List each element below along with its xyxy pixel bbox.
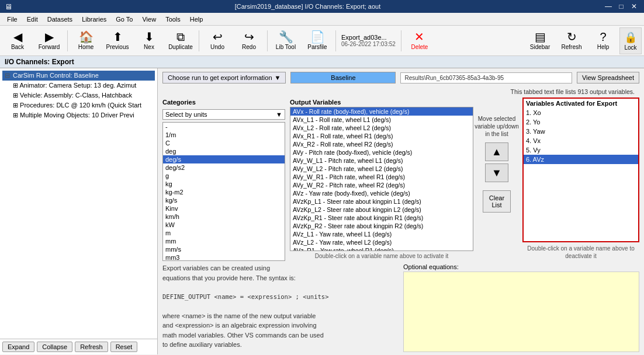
- previous-icon: ⬆: [113, 31, 123, 43]
- libtool-button[interactable]: 🔧 Lib Tool: [271, 27, 301, 54]
- output-item[interactable]: AVy_W_R1 - Pitch rate, wheel R1 (deg/s): [290, 173, 473, 181]
- output-item[interactable]: AVy - Pitch rate (body-fixed), vehicle (…: [290, 148, 473, 156]
- minimize-button[interactable]: —: [603, 2, 614, 11]
- category-item[interactable]: Kinv: [163, 204, 285, 213]
- activated-item[interactable]: 2. Yo: [524, 117, 638, 127]
- category-item[interactable]: C: [163, 139, 285, 147]
- activated-item[interactable]: 1. Xo: [524, 108, 638, 117]
- category-item[interactable]: deg/s2: [163, 163, 285, 172]
- output-item[interactable]: AVzKp_R2 - Steer rate about kingpin R2 (…: [290, 222, 473, 230]
- previous-label: Previous: [106, 44, 129, 50]
- output-item[interactable]: AVz - Yaw rate (body-fixed), vehicle (de…: [290, 189, 473, 197]
- category-item[interactable]: -: [163, 123, 285, 131]
- back-button[interactable]: ◀ Back: [2, 27, 33, 54]
- reset-button[interactable]: Reset: [110, 342, 138, 352]
- tree-item-animator[interactable]: ⊞ Animator: Camera Setup: 13 deg. Azimut: [11, 81, 155, 91]
- output-item[interactable]: AVx_R1 - Roll rate, wheel R1 (deg/s): [290, 132, 473, 140]
- output-item[interactable]: AVz_L1 - Yaw rate, wheel L1 (deg/s): [290, 230, 473, 238]
- duplicate-label: Duplicate: [168, 44, 193, 50]
- clear-list-button[interactable]: ClearList: [483, 190, 511, 213]
- menu-tools[interactable]: Tools: [161, 15, 185, 24]
- categories-select[interactable]: Select by units ▼: [162, 109, 285, 120]
- choose-run-dropdown[interactable]: Choose run to get export information ▼: [162, 72, 286, 83]
- activated-panel: Variables Activated for Export 1. Xo2. Y…: [522, 98, 639, 261]
- output-item[interactable]: AVy_W_L2 - Pitch rate, wheel L2 (deg/s): [290, 165, 473, 173]
- home-icon: 🏠: [79, 31, 94, 43]
- output-item[interactable]: AVx_R2 - Roll rate, wheel R2 (deg/s): [290, 140, 473, 148]
- menu-file[interactable]: File: [2, 15, 22, 24]
- lock-label: Lock: [624, 44, 636, 51]
- menu-datasets[interactable]: Datasets: [43, 15, 77, 24]
- output-item[interactable]: AVzKp_L1 - Steer rate about kingpin L1 (…: [290, 197, 473, 206]
- menu-libraries[interactable]: Libraries: [77, 15, 111, 24]
- output-item[interactable]: AVz_L2 - Yaw rate, wheel L2 (deg/s): [290, 238, 473, 246]
- delete-button[interactable]: ✕ Delete: [404, 27, 435, 54]
- tree-item-vehicle[interactable]: ⊞ Vehicle: Assembly: C-Class, Hatchback: [11, 91, 155, 100]
- category-item[interactable]: kg: [163, 180, 285, 188]
- category-item[interactable]: kW: [163, 221, 285, 229]
- activated-item[interactable]: 6. AVz: [524, 155, 638, 164]
- maximize-button[interactable]: □: [616, 2, 626, 11]
- categories-list: -1/mCdegdeg/sdeg/s2gkgkg-m2kg/sKinvkm/hk…: [162, 122, 285, 261]
- output-item[interactable]: AVy_W_L1 - Pitch rate, wheel L1 (deg/s): [290, 156, 473, 165]
- output-item[interactable]: AVx_L2 - Roll rate, wheel L2 (deg/s): [290, 124, 473, 132]
- category-item[interactable]: kg-m2: [163, 188, 285, 196]
- redo-button[interactable]: ↪ Redo: [234, 27, 264, 54]
- output-panel: Output Variables AVx - Roll rate (body-f…: [290, 98, 473, 261]
- duplicate-button[interactable]: ⧉ Duplicate: [165, 27, 196, 54]
- refresh-button[interactable]: ↻ Refresh: [556, 27, 587, 54]
- category-item[interactable]: 1/m: [163, 131, 285, 139]
- output-item[interactable]: AVx_L1 - Roll rate, wheel L1 (deg/s): [290, 116, 473, 124]
- tree-children: ⊞ Animator: Camera Setup: 13 deg. Azimut…: [2, 81, 155, 120]
- tree-expand-icon: ⊞: [13, 112, 20, 119]
- menu-edit[interactable]: Edit: [22, 15, 43, 24]
- move-down-button[interactable]: ▼: [485, 163, 508, 182]
- collapse-button[interactable]: Collapse: [37, 342, 72, 352]
- tree-item-objects[interactable]: ⊞ Multiple Moving Objects: 10 Driver Pre…: [11, 110, 155, 120]
- home-button[interactable]: 🏠 Home: [71, 27, 101, 54]
- menu-view[interactable]: View: [137, 15, 161, 24]
- output-item[interactable]: AVzKp_L2 - Steer rate about kingpin L2 (…: [290, 206, 473, 214]
- left-refresh-button[interactable]: Refresh: [75, 342, 108, 352]
- category-item[interactable]: mm: [163, 237, 285, 245]
- category-item[interactable]: g: [163, 172, 285, 180]
- move-up-button[interactable]: ▲: [485, 142, 508, 161]
- category-item[interactable]: deg: [163, 147, 285, 155]
- previous-button[interactable]: ⬆ Previous: [102, 27, 133, 54]
- output-item[interactable]: AVy_W_R2 - Pitch rate, wheel R2 (deg/s): [290, 181, 473, 189]
- menu-goto[interactable]: Go To: [111, 15, 137, 24]
- bottom-text-2: equations that you provide here. The syn…: [162, 273, 399, 283]
- activated-item[interactable]: 5. Vy: [524, 145, 638, 155]
- forward-button[interactable]: ▶ Forward: [34, 27, 64, 54]
- view-spreadsheet-button[interactable]: View Spreadsheet: [577, 72, 639, 83]
- activated-item[interactable]: 3. Yaw: [524, 127, 638, 136]
- output-item[interactable]: AVx - Roll rate (body-fixed), vehicle (d…: [290, 107, 473, 116]
- undo-button[interactable]: ↩ Undo: [202, 27, 233, 54]
- expand-button[interactable]: Expand: [2, 342, 34, 352]
- category-item[interactable]: kg/s: [163, 196, 285, 204]
- parsfile-button[interactable]: 📄 Parsfile: [302, 27, 333, 54]
- category-item[interactable]: deg/s: [163, 155, 285, 163]
- category-item[interactable]: mm/s: [163, 245, 285, 253]
- bottom-section: Export variables can be created using eq…: [158, 261, 644, 354]
- tree-root[interactable]: ⊟ CarSim Run Control: Baseline: [2, 71, 155, 81]
- optional-equations-textarea[interactable]: [403, 272, 639, 352]
- next-button[interactable]: ⬇ Nex: [134, 27, 164, 54]
- help-button[interactable]: ? Help: [588, 27, 618, 54]
- category-item[interactable]: km/h: [163, 213, 285, 221]
- category-item[interactable]: m: [163, 229, 285, 237]
- export-date: 06-26-2022 17:03:52: [341, 41, 396, 47]
- activated-item[interactable]: 4. Vx: [524, 136, 638, 145]
- tree-view: ⊟ CarSim Run Control: Baseline ⊞ Animato…: [0, 68, 157, 339]
- category-item[interactable]: mm3: [163, 253, 285, 261]
- lock-button[interactable]: 🔒 Lock: [619, 27, 642, 54]
- title-bar-title: [Carsim2019_database] I/O Channels: Expo…: [12, 3, 603, 10]
- output-item[interactable]: AVz_R1 - Yaw rate, wheel R1 (deg/s): [290, 246, 473, 251]
- output-item[interactable]: AVzKp_R1 - Steer rate about kingpin R1 (…: [290, 214, 473, 222]
- tree-item-procedures[interactable]: ⊞ Procedures: DLC @ 120 km/h (Quick Star…: [11, 100, 155, 110]
- sidebar-button[interactable]: ▤ Sidebar: [525, 27, 555, 54]
- close-button[interactable]: ✕: [629, 2, 639, 11]
- bottom-text-1: Export variables can be created using: [162, 263, 399, 273]
- baseline-selector[interactable]: Baseline: [290, 72, 396, 83]
- menu-help[interactable]: Help: [185, 15, 208, 24]
